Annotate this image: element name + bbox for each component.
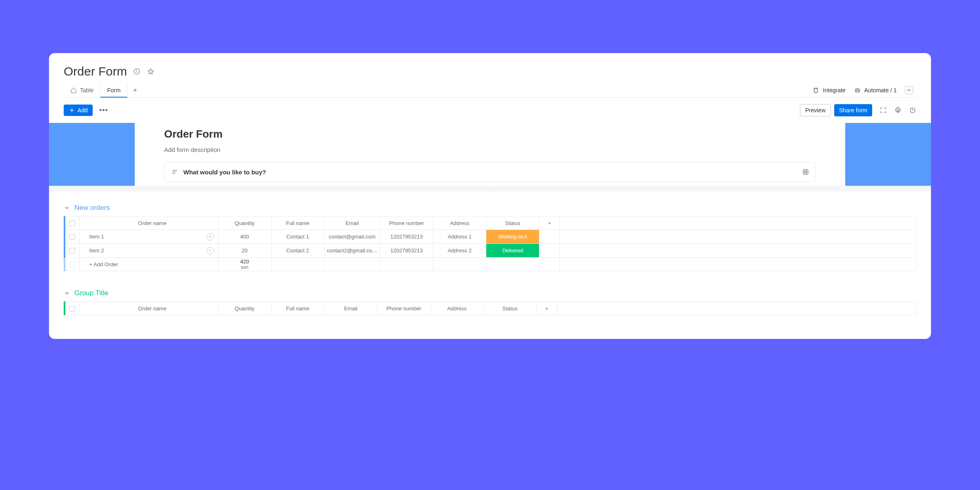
cell-email[interactable]: contact@gmail.com — [324, 230, 380, 244]
col-quantity[interactable]: Quantity — [218, 302, 271, 315]
divider-bar[interactable]: :::: — [49, 186, 931, 192]
col-address[interactable]: Address — [433, 216, 486, 230]
cell-email[interactable]: contact2@gmail.co… — [324, 244, 380, 258]
form-title[interactable]: Order Form — [164, 128, 816, 140]
cell-order-name[interactable]: Item 1+ — [79, 230, 218, 244]
col-full-name[interactable]: Full name — [271, 302, 324, 315]
automate-button[interactable]: Automate / 1 — [854, 87, 897, 94]
checkbox-header[interactable] — [65, 216, 79, 230]
text-field-icon — [171, 168, 178, 176]
cell-empty — [560, 230, 916, 244]
target-icon[interactable] — [909, 107, 916, 114]
col-email[interactable]: Email — [324, 302, 377, 315]
col-phone[interactable]: Phone number — [380, 216, 433, 230]
automate-label: Automate / 1 — [864, 87, 897, 94]
add-column-button[interactable]: + — [539, 216, 560, 230]
tab-table[interactable]: Table — [64, 84, 100, 97]
col-email[interactable]: Email — [324, 216, 380, 230]
col-address[interactable]: Address — [430, 302, 483, 315]
cell-empty — [560, 244, 916, 258]
share-form-button[interactable]: Share form — [834, 104, 872, 116]
tab-add[interactable]: + — [127, 83, 143, 97]
col-full-name[interactable]: Full name — [271, 216, 324, 230]
tab-form[interactable]: Form — [100, 84, 127, 98]
home-icon — [70, 87, 77, 94]
row-checkbox[interactable] — [65, 258, 79, 271]
group1-table: Order name Quantity Full name Email Phon… — [64, 216, 916, 271]
col-order-name[interactable]: Order name — [79, 216, 218, 230]
form-description[interactable]: Add form description — [164, 146, 816, 153]
tabs-left: Table Form + — [64, 83, 143, 97]
row-checkbox[interactable] — [65, 230, 79, 244]
checkbox-header[interactable] — [65, 302, 79, 315]
expand-icon[interactable]: + — [207, 233, 214, 241]
automate-icon — [854, 87, 861, 94]
group1-title[interactable]: New orders — [74, 204, 110, 212]
drag-handle-icon: :::: — [487, 187, 493, 191]
header: Order Form Table Form + — [49, 53, 931, 98]
banner-center: Order Form Add form description What wou… — [135, 123, 845, 186]
group2-title[interactable]: Group Title — [74, 289, 108, 297]
tab-form-label: Form — [107, 87, 120, 94]
col-spacer — [557, 302, 916, 315]
preview-button[interactable]: Preview — [800, 104, 831, 116]
tabs-row: Table Form + Integrate Automate / 1 — [64, 83, 916, 98]
gear-icon[interactable] — [894, 107, 902, 114]
add-button-label: Add — [78, 107, 88, 114]
cell-order-name[interactable]: Item 2+ — [79, 244, 218, 258]
info-icon[interactable] — [133, 67, 141, 76]
question-box[interactable]: What would you like to buy? — [164, 162, 816, 182]
svg-point-10 — [897, 109, 899, 111]
banner-left-block — [49, 123, 135, 186]
banner-right-block — [845, 123, 931, 186]
expand-icon[interactable]: + — [207, 247, 214, 254]
col-phone[interactable]: Phone number — [377, 302, 430, 315]
add-button[interactable]: Add — [64, 105, 93, 116]
star-icon[interactable] — [147, 67, 155, 76]
more-icon[interactable]: ••• — [99, 106, 108, 115]
cell-full-name[interactable]: Contact 1 — [271, 230, 324, 244]
row-checkbox[interactable] — [65, 244, 79, 258]
toolbar-left: Add ••• — [64, 105, 108, 116]
table-row[interactable]: Item 2+ 20 Contact 2 contact2@gmail.co… … — [65, 244, 916, 258]
col-status[interactable]: Status — [486, 216, 539, 230]
integrate-button[interactable]: Integrate — [812, 87, 845, 94]
col-order-name[interactable]: Order name — [79, 302, 218, 315]
group2-header: Group Title — [64, 289, 916, 297]
cell-full-name[interactable]: Contact 2 — [271, 244, 324, 258]
cell-quantity[interactable]: 400 — [218, 230, 271, 244]
add-order-cell[interactable]: + Add Order — [79, 258, 218, 271]
cell-address[interactable]: Address 2 — [433, 244, 486, 258]
add-column-button[interactable]: + — [537, 302, 557, 315]
table-header-row: Order name Quantity Full name Email Phon… — [65, 302, 916, 315]
chevron-down-icon[interactable] — [64, 290, 70, 296]
cell-quantity[interactable]: 20 — [218, 244, 271, 258]
chevron-down-icon[interactable] — [64, 205, 70, 211]
cell-phone[interactable]: 12027953213 — [380, 244, 433, 258]
table-row[interactable]: Item 1+ 400 Contact 1 contact@gmail.com … — [65, 230, 916, 244]
svg-rect-15 — [803, 169, 808, 174]
sum-cell: 420 sum — [218, 258, 271, 271]
cell-status[interactable]: Delivered — [486, 244, 539, 258]
cell-address[interactable]: Address 1 — [433, 230, 486, 244]
toolbar-right: Preview Share form — [800, 104, 916, 116]
col-status[interactable]: Status — [483, 302, 537, 315]
col-quantity[interactable]: Quantity — [218, 216, 271, 230]
question-text: What would you like to buy? — [183, 169, 266, 176]
chevron-up-icon[interactable] — [905, 86, 913, 94]
app-window: Order Form Table Form + — [49, 53, 931, 339]
table-header-row: Order name Quantity Full name Email Phon… — [65, 216, 916, 230]
page-title: Order Form — [64, 65, 127, 78]
plus-icon — [69, 107, 75, 114]
title-row: Order Form — [64, 65, 916, 78]
grid-icon[interactable] — [802, 169, 809, 175]
col-spacer — [560, 216, 916, 230]
add-row[interactable]: + Add Order 420 sum — [65, 258, 916, 271]
cell-status[interactable]: Working on it — [486, 230, 539, 244]
cell-phone[interactable]: 12027953213 — [380, 230, 433, 244]
tab-table-label: Table — [80, 87, 94, 94]
integrate-label: Integrate — [823, 87, 845, 94]
form-banner: Order Form Add form description What wou… — [49, 123, 931, 186]
content-area: New orders Order name Quantity Full name… — [49, 192, 931, 315]
fullscreen-icon[interactable] — [880, 107, 887, 114]
